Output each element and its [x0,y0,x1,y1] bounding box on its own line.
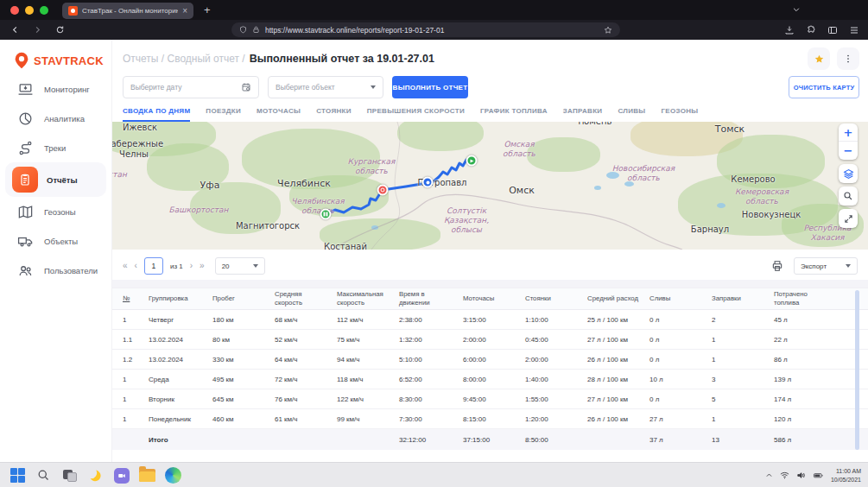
last-page-button[interactable]: » [200,262,205,270]
sidebar-item-reports[interactable]: Отчёты [5,162,106,197]
url-text[interactable]: https://www.stavtrack.online/reports/rep… [265,26,599,35]
table-row[interactable]: 1.113.02.202480 км52 км/ч75 км/ч1:32:002… [112,330,868,350]
file-explorer-icon[interactable] [138,466,156,484]
column-header[interactable]: Моточасы [463,294,525,303]
wifi-icon[interactable] [780,471,789,480]
map-fullscreen-button[interactable] [839,209,858,228]
table-scrollbar[interactable] [855,290,859,450]
table-row[interactable]: 1Вторник645 км76 км/ч122 км/ч8:30:009:45… [112,389,868,409]
column-header[interactable]: Пробег [212,294,275,303]
date-picker-input[interactable]: Выберите дату [123,76,259,98]
column-header[interactable]: Сливы [649,294,712,303]
sidebar-item-analytics[interactable]: Аналитика [0,104,111,133]
tab-geozones[interactable]: ГЕОЗОНЫ [661,107,698,122]
tab-stops[interactable]: СТОЯНКИ [316,107,352,122]
new-tab-button[interactable]: + [204,4,211,16]
column-header[interactable]: Потрачено топлива [774,290,858,307]
tab-speeding[interactable]: ПРЕВЫШЕНИЯ СКОРОСТИ [367,107,465,122]
close-window-button[interactable] [10,6,19,15]
route-start-marker[interactable] [466,155,478,167]
column-header[interactable]: № [123,294,149,303]
cell: 37:15:00 [463,436,525,444]
country-border [333,194,682,250]
breadcrumb[interactable]: Отчеты / Сводный отчет / [123,53,245,65]
edge-browser-icon[interactable] [164,466,182,484]
sidebar-item-objects[interactable]: Объекты [0,226,111,256]
tab-engine-hours[interactable]: МОТОЧАСЫ [257,107,301,122]
sidebar-toggle-icon[interactable] [827,25,838,35]
url-bar[interactable]: https://www.stavtrack.online/reports/rep… [231,22,620,37]
sidebar-item-tracks[interactable]: Треки [0,133,111,162]
table-row[interactable]: 1Среда495 км72 км/ч118 км/ч6:52:008:00:0… [112,370,868,389]
prev-page-button[interactable]: ‹ [135,262,137,270]
bookmark-star-icon[interactable] [604,26,612,35]
column-header[interactable]: Стоянки [525,294,587,303]
column-header[interactable]: Средний расход [587,294,649,303]
battery-icon[interactable] [813,471,824,480]
route-map[interactable]: Ижевск Набережные Челны Уфа Челябинск Ма… [112,122,868,250]
route-pause-marker[interactable] [320,209,332,220]
browser-tab[interactable]: СтавТрак - Онлайн мониторин × [62,3,193,19]
tab-refuels[interactable]: ЗАПРАВКИ [563,107,603,122]
taskbar-search-icon[interactable] [35,466,53,484]
logo-text: STAVTRACK [34,54,104,67]
truck-icon [17,233,34,250]
downloads-icon[interactable] [784,25,795,35]
start-button[interactable] [9,466,27,484]
lock-icon[interactable] [252,26,260,34]
page-size-select[interactable]: 20 [215,257,265,275]
reload-icon[interactable] [55,25,65,35]
maximize-window-button[interactable] [40,6,48,15]
route-stop-marker[interactable] [422,177,434,188]
print-button[interactable] [771,260,783,272]
minimize-window-button[interactable] [25,6,34,15]
column-header[interactable]: Заправки [712,294,774,303]
table-row[interactable]: 1.213.02.2024330 км64 км/ч94 км/ч5:10:00… [112,350,868,370]
cell: Вторник [149,395,212,403]
first-page-button[interactable]: « [123,262,128,270]
column-header[interactable]: Время в движении [399,290,463,307]
tab-fuel-graph[interactable]: ГРАФИК ТОПЛИВА [480,107,548,122]
extension-icon[interactable] [806,25,816,35]
table-row[interactable]: 1Четверг180 км68 км/ч112 км/ч2:38:003:15… [112,310,868,330]
route-event-marker[interactable] [377,185,389,196]
zoom-in-button[interactable]: + [839,123,858,142]
task-view-icon[interactable] [60,466,79,484]
moon-app-icon[interactable] [86,466,105,484]
chat-app-icon[interactable] [112,466,130,484]
forward-icon[interactable] [33,25,42,35]
chevron-down-icon[interactable] [792,5,801,14]
table-row[interactable]: 1Понедельник460 км61 км/ч99 км/ч7:30:008… [112,409,868,429]
tab-daily-summary[interactable]: СВОДКА ПО ДНЯМ [123,107,190,122]
zoom-out-button[interactable]: − [839,142,858,160]
window-controls[interactable] [0,6,62,15]
map-search-button[interactable] [839,187,858,206]
column-header[interactable]: Средняя скорость [275,290,337,307]
column-header[interactable]: Группировка [149,294,212,303]
tab-trips[interactable]: ПОЕЗДКИ [206,107,241,122]
volume-icon[interactable] [796,471,806,480]
column-header[interactable]: Максимальная скорость [337,290,399,307]
sidebar-item-monitoring[interactable]: Мониторинг [0,74,111,104]
run-report-button[interactable]: ВЫПОЛНИТЬ ОТЧЕТ [392,76,468,98]
page-number-input[interactable]: 1 [144,257,163,275]
favorite-star-button[interactable] [808,47,830,70]
tab-drains[interactable]: СЛИВЫ [618,107,645,122]
clear-map-button[interactable]: ОЧИСТИТЬ КАРТУ [789,76,859,98]
tracking-shield-icon[interactable] [239,26,247,34]
taskbar-clock[interactable]: 11:00 AM 10/05/2021 [831,467,861,484]
sidebar-item-geozones[interactable]: Геозоны [0,197,111,226]
next-page-button[interactable]: › [190,262,193,270]
menu-icon[interactable] [849,25,859,35]
cell: 99 км/ч [337,415,399,423]
cell: 1 [123,376,149,383]
tray-chevron-icon[interactable] [765,471,773,479]
object-select[interactable]: Выберите объект [268,76,383,98]
map-layers-button[interactable] [839,164,858,183]
kebab-menu-button[interactable] [837,47,859,70]
back-icon[interactable] [10,25,20,35]
app-logo[interactable]: STAVTRACK [12,50,104,71]
sidebar-item-users[interactable]: Пользователи [0,256,111,285]
export-select[interactable]: Экспорт [794,257,858,275]
tab-close-icon[interactable]: × [182,7,187,16]
